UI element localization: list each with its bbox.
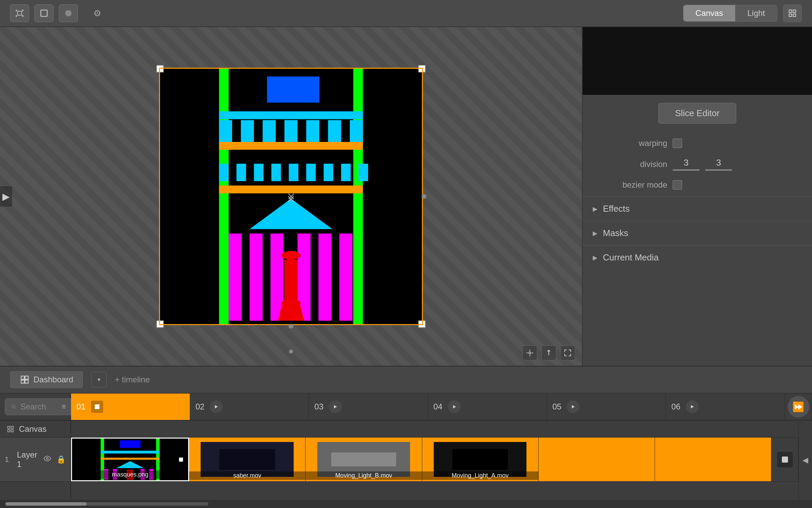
timeline-cells-header: 01 02 03 04 xyxy=(71,394,812,420)
slice-editor-button[interactable]: Slice Editor xyxy=(658,103,736,124)
svg-rect-26 xyxy=(306,164,316,181)
timeline-header: ≡ 01 02 03 xyxy=(0,394,812,421)
masks-section-header[interactable]: ▶ Masks xyxy=(593,228,802,238)
nav-left-button[interactable]: ▶ xyxy=(0,186,12,207)
division-y-slider[interactable] xyxy=(705,169,732,171)
dashboard-button[interactable]: Dashboard xyxy=(10,371,83,388)
svg-rect-65 xyxy=(100,458,159,460)
svg-marker-52 xyxy=(453,405,456,408)
svg-rect-36 xyxy=(339,233,353,321)
canvas-group-icon xyxy=(7,425,14,433)
svg-rect-72 xyxy=(179,458,183,462)
search-bar: ≡ xyxy=(5,398,72,415)
current-media-section-header[interactable]: ▶ Current Media xyxy=(593,252,802,263)
fullscreen-button[interactable] xyxy=(560,345,575,360)
svg-rect-5 xyxy=(789,14,792,17)
search-input[interactable] xyxy=(20,402,58,411)
division-x-slider[interactable] xyxy=(673,169,700,171)
track-cell-empty-5[interactable] xyxy=(539,438,655,481)
handle-bottom-right[interactable] xyxy=(418,320,426,328)
canvas-bottom-dot xyxy=(289,324,293,329)
gear-button[interactable]: ⚙ xyxy=(89,5,106,22)
bottom-area: Dashboard ▾ + timeline ≡ 01 xyxy=(0,366,812,508)
svg-rect-46 xyxy=(21,380,24,383)
track-clip-moving-light-a[interactable]: Moving_Light_A.mov xyxy=(422,438,539,481)
svg-rect-44 xyxy=(21,376,24,379)
track-clip-masques[interactable]: masques.png xyxy=(71,438,189,481)
svg-rect-22 xyxy=(236,164,246,181)
transform-button[interactable] xyxy=(10,4,29,22)
timeline-cell-head-03[interactable]: 03 xyxy=(309,394,428,420)
svg-rect-64 xyxy=(100,451,159,453)
timeline-cell-head-01[interactable]: 01 xyxy=(71,394,190,420)
handle-top-left[interactable] xyxy=(156,65,164,72)
bezier-mode-checkbox[interactable] xyxy=(673,180,682,190)
search-menu-button[interactable]: ≡ xyxy=(62,402,66,411)
masks-label: Masks xyxy=(603,228,628,238)
cell-02-play-button[interactable] xyxy=(210,400,223,413)
timeline-content: masques.png saber.mov xyxy=(71,421,798,500)
svg-rect-20 xyxy=(350,120,363,142)
svg-rect-24 xyxy=(271,164,281,181)
grid-button[interactable] xyxy=(783,4,802,22)
svg-rect-23 xyxy=(254,164,264,181)
search-icon xyxy=(11,403,16,410)
crop-button[interactable] xyxy=(35,4,53,22)
svg-point-59 xyxy=(46,458,48,460)
right-panel: Slice Editor warping division 3 3 xyxy=(582,27,812,366)
track-cell-empty-6[interactable] xyxy=(655,438,771,481)
scrollbar-thumb[interactable] xyxy=(5,502,87,506)
svg-rect-27 xyxy=(324,164,333,181)
light-tab-button[interactable]: Light xyxy=(735,5,777,21)
svg-rect-38 xyxy=(285,260,298,303)
align-button[interactable] xyxy=(541,345,556,360)
svg-rect-29 xyxy=(359,164,368,181)
timeline-cell-head-04[interactable]: 04 xyxy=(428,394,547,420)
timeline-collapse-button[interactable]: ◀ xyxy=(798,421,812,500)
layer-row: 1 Layer 1 🔒 xyxy=(0,438,70,482)
record-button[interactable] xyxy=(59,4,78,22)
masques-stop-overlay xyxy=(176,454,186,465)
bezier-mode-row: bezier mode xyxy=(593,180,802,190)
fast-forward-button[interactable]: ⏩ xyxy=(788,396,809,418)
saber-filename: saber.mov xyxy=(189,471,305,480)
svg-rect-25 xyxy=(289,164,298,181)
handle-top-right[interactable] xyxy=(418,65,426,72)
masques-filename: masques.png xyxy=(72,470,188,479)
canvas-display: ✕ ✕ xyxy=(159,68,423,325)
svg-rect-55 xyxy=(8,426,10,428)
track-clip-moving-light-b[interactable]: Moving_Light_B.mov xyxy=(306,438,422,481)
track-ff-stop-cell xyxy=(771,438,798,481)
canvas-tab-button[interactable]: Canvas xyxy=(683,5,735,21)
cell-01-num: 01 xyxy=(76,402,86,411)
cell-04-num: 04 xyxy=(433,402,443,411)
layer-number: 1 xyxy=(5,455,13,464)
cell-01-stop-button[interactable] xyxy=(91,401,103,413)
dashboard-dropdown-button[interactable]: ▾ xyxy=(91,372,107,387)
svg-rect-15 xyxy=(241,120,254,142)
cell-03-play-button[interactable] xyxy=(329,400,342,413)
main-area: ▶ xyxy=(0,27,812,366)
timeline-cell-head-02[interactable]: 02 xyxy=(190,394,309,420)
handle-bottom-left[interactable] xyxy=(156,320,164,328)
cell-05-play-button[interactable] xyxy=(567,400,580,413)
canvas-group-spacer xyxy=(71,421,798,438)
scrollbar-track[interactable] xyxy=(5,502,208,506)
svg-rect-18 xyxy=(306,120,319,142)
track-stop-button[interactable] xyxy=(777,452,793,467)
cell-04-play-button[interactable] xyxy=(448,400,461,413)
add-timeline-button[interactable]: + timeline xyxy=(115,375,150,384)
effects-section-header[interactable]: ▶ Effects xyxy=(593,204,802,214)
toolbar: ⚙ Canvas Light xyxy=(0,0,812,27)
svg-rect-1 xyxy=(41,10,47,17)
move-to-canvas-button[interactable] xyxy=(522,345,537,360)
cell-06-play-button[interactable] xyxy=(686,400,699,413)
layer-visibility-button[interactable] xyxy=(42,453,52,466)
warping-checkbox[interactable] xyxy=(673,139,682,148)
timeline-cell-head-06[interactable]: 06 xyxy=(666,394,785,420)
ff-head-cell: ⏩ xyxy=(785,394,812,420)
timeline-cell-head-05[interactable]: 05 xyxy=(547,394,666,420)
svg-marker-50 xyxy=(215,405,218,408)
effects-label: Effects xyxy=(603,204,630,214)
track-clip-saber[interactable]: saber.mov xyxy=(189,438,306,481)
